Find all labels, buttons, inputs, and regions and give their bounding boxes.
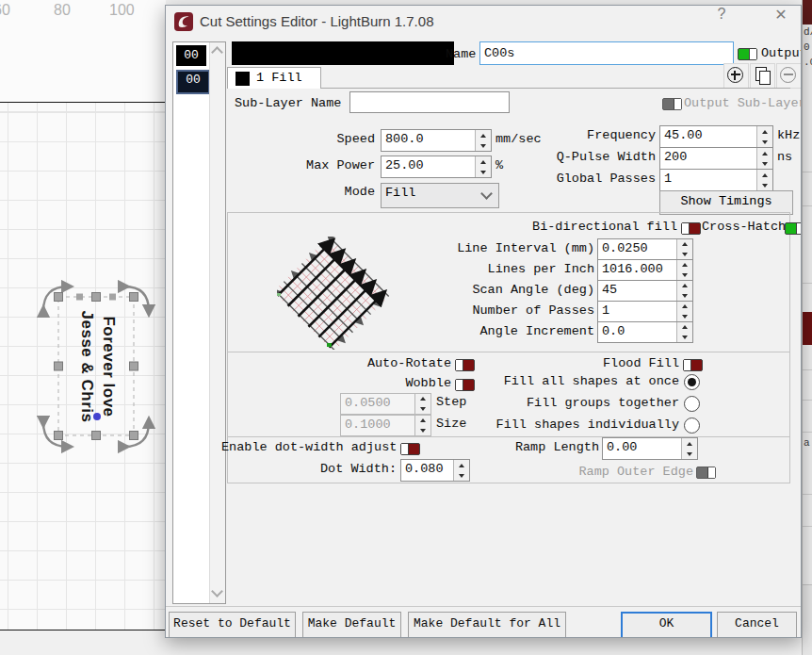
fill-mode-all-radio[interactable] xyxy=(684,374,700,390)
frequency-unit: kHz xyxy=(777,128,800,142)
max-power-unit: % xyxy=(495,158,503,172)
edge-red-block xyxy=(803,0,812,25)
layer-item-selected[interactable]: 00 xyxy=(176,70,210,94)
qpulse-spinner[interactable] xyxy=(756,148,772,169)
sublayer-name-label: Sub-Layer Name xyxy=(235,96,341,110)
dialog-titlebar[interactable]: Cut Settings Editor - LightBurn 1.7.08 ?… xyxy=(166,6,801,38)
number-of-passes-label: Number of Passes xyxy=(354,303,594,318)
fill-mode-individual-radio[interactable] xyxy=(684,418,700,434)
scroll-down-icon[interactable] xyxy=(211,585,223,598)
screen: 60 80 100 Forever love Jesse & Chris xyxy=(0,0,812,655)
canvas-text-line: Forever love xyxy=(100,316,118,417)
ramp-length-spinner[interactable] xyxy=(681,438,697,459)
wobble-step-spinner[interactable] xyxy=(414,394,430,414)
layer-list: 00 00 xyxy=(172,41,226,604)
layer-color-swatch xyxy=(232,41,454,65)
footer-separator xyxy=(166,606,802,607)
add-sublayer-button[interactable] xyxy=(723,63,749,89)
make-default-button[interactable]: Make Default xyxy=(302,612,401,638)
output-sublayer-toggle[interactable] xyxy=(662,98,682,110)
ruler-label: 80 xyxy=(54,2,71,19)
wobble-step-input[interactable]: 0.0500 xyxy=(340,393,431,415)
bidirectional-toggle[interactable] xyxy=(681,222,701,235)
angle-increment-input[interactable]: 0.0 xyxy=(597,321,693,343)
layer-list-scrollbar[interactable] xyxy=(209,42,225,603)
flood-fill-label: Flood Fill xyxy=(533,356,679,370)
edge-fragment: a xyxy=(804,437,810,449)
max-power-spinner[interactable] xyxy=(475,156,491,177)
lines-per-inch-spinner[interactable] xyxy=(676,260,692,280)
close-icon[interactable]: ✕ xyxy=(759,6,802,38)
layer-item[interactable]: 00 xyxy=(176,45,206,66)
tab-color-swatch xyxy=(235,72,250,86)
cancel-button[interactable]: Cancel xyxy=(717,612,797,638)
scan-angle-spinner[interactable] xyxy=(676,281,692,301)
mode-dropdown[interactable]: Fill xyxy=(381,183,499,208)
mode-value: Fill xyxy=(385,186,415,200)
bidirectional-label: Bi-directional fill xyxy=(532,220,677,234)
name-label: Name xyxy=(446,47,476,61)
max-power-input[interactable]: 25.00 xyxy=(381,156,492,178)
duplicate-sublayer-button[interactable] xyxy=(750,63,775,89)
frequency-spinner[interactable] xyxy=(756,126,772,147)
line-interval-label: Line Interval (mm) xyxy=(354,241,594,255)
lightburn-logo-icon xyxy=(174,12,193,31)
edge-fragment: .0 xyxy=(804,57,812,68)
sublayer-name-input[interactable] xyxy=(349,91,510,113)
qpulse-input[interactable]: 200 xyxy=(659,147,773,170)
wobble-size-spinner[interactable] xyxy=(414,416,430,435)
global-passes-spinner[interactable] xyxy=(756,170,772,190)
lines-per-inch-input[interactable]: 1016.000 xyxy=(597,259,693,281)
ruler-label: 100 xyxy=(109,2,135,19)
frequency-input[interactable]: 45.00 xyxy=(659,125,773,148)
help-button[interactable]: ? xyxy=(705,6,739,38)
remove-sublayer-button[interactable] xyxy=(776,63,802,89)
angle-increment-spinner[interactable] xyxy=(676,322,692,342)
enable-dot-width-toggle[interactable] xyxy=(400,443,420,455)
fill-mode-groups-label: Fill groups together xyxy=(448,396,679,410)
edge-fragment: d/ xyxy=(804,26,812,38)
edge-fragment: 0 xyxy=(804,41,810,53)
plus-icon xyxy=(727,67,743,83)
output-toggle[interactable] xyxy=(738,48,757,60)
dot-width-label: Dot Width: xyxy=(268,462,397,476)
minus-icon xyxy=(780,67,796,83)
auto-rotate-label: Auto-Rotate xyxy=(307,356,451,370)
copy-icon xyxy=(755,67,767,81)
line-interval-input[interactable]: 0.0250 xyxy=(597,238,693,260)
fill-mode-groups-radio[interactable] xyxy=(684,396,700,412)
chevron-down-icon xyxy=(480,188,493,200)
cut-settings-dialog: Cut Settings Editor - LightBurn 1.7.08 ?… xyxy=(165,5,802,638)
crosshatch-toggle[interactable] xyxy=(785,222,802,235)
name-input[interactable] xyxy=(479,41,734,65)
auto-rotate-toggle[interactable] xyxy=(455,359,475,371)
number-of-passes-spinner[interactable] xyxy=(676,302,692,321)
make-default-for-all-button[interactable]: Make Default for All xyxy=(408,612,566,638)
angle-increment-label: Angle Increment xyxy=(354,324,594,338)
dot-width-spinner[interactable] xyxy=(453,460,469,481)
speed-input[interactable]: 800.0 xyxy=(381,129,492,152)
ok-button[interactable]: OK xyxy=(621,612,712,638)
number-of-passes-input[interactable]: 1 xyxy=(597,301,693,322)
dot-width-input[interactable]: 0.080 xyxy=(400,459,470,482)
enable-dot-width-label: Enable dot-width adjust xyxy=(221,440,397,454)
flood-fill-toggle[interactable] xyxy=(683,359,703,371)
output-sublayer-label: Output Sub-Layer xyxy=(684,96,802,110)
ramp-length-input[interactable]: 0.00 xyxy=(602,437,698,460)
canvas-text-object[interactable]: Forever love Jesse & Chris xyxy=(76,296,120,437)
tab-fill[interactable]: 1 Fill xyxy=(227,67,321,89)
crosshatch-label: Cross-Hatch xyxy=(702,220,786,234)
line-interval-spinner[interactable] xyxy=(676,239,692,259)
lines-per-inch-label: Lines per Inch xyxy=(354,262,594,276)
ramp-outer-edge-toggle[interactable] xyxy=(696,467,716,479)
reset-to-default-button[interactable]: Reset to Default xyxy=(169,612,296,638)
edge-bottom-panel xyxy=(803,584,812,655)
scroll-up-icon[interactable] xyxy=(211,46,223,58)
scan-angle-input[interactable]: 45 xyxy=(597,280,693,302)
global-passes-input[interactable]: 1 xyxy=(659,169,773,191)
max-power-label: Max Power xyxy=(288,158,375,172)
workspace-ruler: 60 80 100 xyxy=(0,0,166,103)
mode-label: Mode xyxy=(288,185,375,199)
speed-spinner[interactable] xyxy=(475,130,491,151)
wobble-size-input[interactable]: 0.1000 xyxy=(340,415,431,436)
